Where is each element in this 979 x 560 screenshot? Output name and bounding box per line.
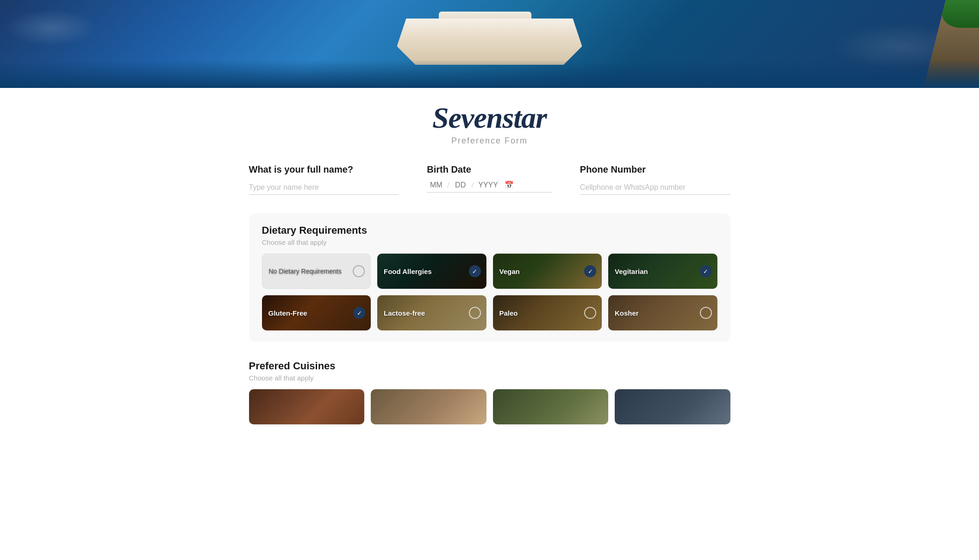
dietary-option-vegan[interactable]: Vegan ✓ (493, 254, 602, 289)
dietary-option-food-allergies[interactable]: Food Allergies ✓ (377, 254, 486, 289)
dietary-option-paleo[interactable]: Paleo (493, 295, 602, 330)
dietary-check-paleo (584, 307, 596, 319)
dietary-option-lactose-free-label: Lactose-free (377, 309, 431, 317)
form-title: Preference Form (9, 136, 970, 146)
dietary-check-kosher (700, 307, 712, 319)
dietary-option-paleo-label: Paleo (493, 309, 524, 317)
dietary-sub: Choose all that apply (262, 238, 717, 246)
cuisine-option-4[interactable] (615, 389, 730, 424)
dietary-option-vegan-label: Vegan (493, 268, 526, 275)
preference-form: What is your full name? Birth Date / / 📅… (212, 164, 767, 452)
dietary-option-kosher-label: Kosher (608, 309, 645, 317)
cuisine-option-3[interactable] (493, 389, 609, 424)
calendar-icon[interactable]: 📅 (505, 180, 514, 189)
dietary-option-lactose-free[interactable]: Lactose-free (377, 295, 486, 330)
cuisines-section: Prefered Cuisines Choose all that apply (249, 360, 730, 424)
birth-month-input[interactable] (427, 181, 445, 189)
check-mark-gluten-free: ✓ (357, 310, 362, 316)
dietary-option-vegetarian-label: Vegitarian (608, 268, 655, 275)
birth-date-row: / / 📅 (427, 180, 552, 193)
dietary-check-no-dietary (353, 265, 365, 277)
date-sep-2: / (472, 181, 474, 189)
dietary-header: Dietary Requirements (262, 224, 717, 236)
dietary-check-vegan: ✓ (584, 265, 596, 277)
birth-year-input[interactable] (475, 181, 501, 189)
name-label: What is your full name? (249, 164, 399, 175)
phone-input[interactable] (580, 180, 730, 195)
dietary-check-vegetarian: ✓ (700, 265, 712, 277)
personal-info-row: What is your full name? Birth Date / / 📅… (249, 164, 730, 195)
phone-label: Phone Number (580, 164, 730, 175)
dietary-check-food-allergies: ✓ (469, 265, 481, 277)
cuisine-option-1[interactable] (249, 389, 365, 424)
check-mark-vegan: ✓ (588, 268, 593, 274)
dietary-section: Dietary Requirements Choose all that app… (249, 213, 730, 342)
dietary-check-lactose-free (469, 307, 481, 319)
logo-section: Sevenstar Preference Form (0, 88, 979, 150)
dietary-options-grid: No Dietary Requirements Food Allergies ✓… (262, 254, 717, 330)
cuisine-option-2[interactable] (371, 389, 486, 424)
cuisines-sub: Choose all that apply (249, 374, 730, 382)
check-mark-vegetarian: ✓ (703, 268, 708, 274)
name-field-group: What is your full name? (249, 164, 399, 195)
check-mark-food-allergies: ✓ (472, 268, 477, 274)
date-sep-1: / (447, 181, 449, 189)
brand-name: Sevenstar (9, 102, 970, 134)
dietary-check-gluten-free: ✓ (353, 307, 365, 319)
cuisines-preview-grid (249, 389, 730, 424)
birth-date-field-group: Birth Date / / 📅 (427, 164, 552, 193)
name-input[interactable] (249, 180, 399, 195)
cuisines-header: Prefered Cuisines (249, 360, 730, 372)
birth-day-input[interactable] (451, 181, 470, 189)
dietary-option-vegetarian[interactable]: Vegitarian ✓ (608, 254, 717, 289)
hero-banner (0, 0, 979, 88)
birth-label: Birth Date (427, 164, 552, 175)
dietary-option-gluten-free-label: Gluten-Free (262, 309, 314, 317)
phone-field-group: Phone Number (580, 164, 730, 195)
dietary-option-kosher[interactable]: Kosher (608, 295, 717, 330)
dietary-option-no-dietary-label: No Dietary Requirements (262, 268, 348, 275)
dietary-option-no-dietary[interactable]: No Dietary Requirements (262, 254, 371, 289)
dietary-option-food-allergies-label: Food Allergies (377, 268, 438, 275)
dietary-option-gluten-free[interactable]: Gluten-Free ✓ (262, 295, 371, 330)
